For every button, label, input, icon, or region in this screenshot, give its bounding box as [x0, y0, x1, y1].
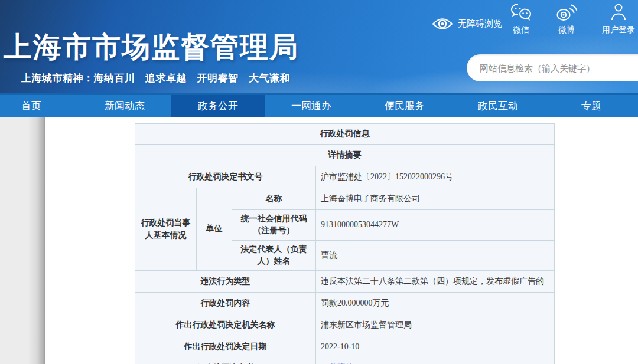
search-input[interactable] — [480, 54, 638, 81]
weibo-label: 微博 — [552, 25, 581, 35]
user-login-label: 用户登录 — [600, 25, 637, 35]
main-nav: 首页 新闻动态 政务公开 一网通办 便民服务 政民互动 专题 — [0, 95, 638, 117]
nav-item-services[interactable]: 便民服务 — [358, 95, 451, 117]
weibo-button[interactable]: 微博 — [552, 3, 581, 35]
user-login-button[interactable]: 用户登录 — [600, 3, 637, 35]
authority-value: 浦东新区市场监督管理局 — [316, 314, 555, 336]
nav-item-topics[interactable]: 专题 — [545, 95, 638, 117]
table-title: 行政处罚信息 — [135, 124, 555, 145]
penalty-content-value: 罚款20.000000万元 — [316, 293, 555, 314]
credit-code-label: 统一社会信用代码（注册号） — [232, 210, 316, 241]
violation-type-value: 违反本法第二十八条第二款第（四）项规定，发布虚假广告的 — [316, 271, 555, 293]
nav-item-interaction[interactable]: 政民互动 — [451, 95, 545, 117]
unit-label: 单位 — [197, 188, 232, 271]
site-title: 上海市市场监督管理局 — [4, 28, 299, 66]
decision-doc-label: 行政处罚决定书 — [135, 358, 316, 364]
nav-item-home[interactable]: 首页 — [0, 95, 78, 117]
decision-date-label: 作出行政处罚决定日期 — [135, 336, 316, 358]
page: 上海市市场监督管理局 上海城市精神：海纳百川 追求卓越 开明睿智 大气谦和 无障… — [0, 0, 638, 364]
legal-rep-value: 曹流 — [316, 240, 555, 271]
legal-rep-label: 法定代表人（负责人）姓名 — [232, 240, 316, 271]
name-label: 名称 — [232, 188, 316, 210]
accessibility-label: 无障碍浏览 — [458, 18, 502, 29]
wechat-label: 微信 — [507, 25, 535, 35]
user-icon — [610, 3, 627, 22]
name-value: 上海奋博电子商务有限公司 — [316, 188, 555, 210]
doc-no-label: 行政处罚决定书文号 — [135, 166, 316, 188]
eye-icon — [432, 16, 453, 32]
city-spirit-slogan: 上海城市精神：海纳百川 追求卓越 开明睿智 大气谦和 — [21, 71, 290, 85]
wechat-button[interactable]: 微信 — [507, 3, 535, 35]
site-header: 上海市市场监督管理局 上海城市精神：海纳百川 追求卓越 开明睿智 大气谦和 无障… — [0, 0, 638, 93]
penalty-content-label: 行政处罚内容 — [135, 293, 316, 314]
accessibility-button[interactable]: 无障碍浏览 — [432, 16, 502, 32]
violation-type-label: 违法行为类型 — [135, 271, 316, 293]
weibo-icon — [556, 3, 577, 22]
decision-date-value: 2022-10-10 — [316, 336, 555, 358]
credit-code-value: 91310000053044277W — [316, 210, 555, 241]
doc-no-value: 沪市监浦处〔2022〕152022000296号 — [316, 166, 555, 188]
nav-item-one-stop[interactable]: 一网通办 — [265, 95, 358, 117]
nav-item-gov-affairs[interactable]: 政务公开 — [171, 95, 265, 117]
site-search — [467, 54, 638, 81]
party-basic-info-label: 行政处罚当事人基本情况 — [135, 188, 197, 271]
table-subtitle: 详情摘要 — [135, 145, 555, 166]
content-area: 行政处罚信息 详情摘要 行政处罚决定书文号 沪市监浦处〔2022〕1520220… — [0, 117, 638, 364]
wechat-icon — [510, 3, 532, 22]
nav-item-news[interactable]: 新闻动态 — [78, 95, 171, 117]
penalty-info-table: 行政处罚信息 详情摘要 行政处罚决定书文号 沪市监浦处〔2022〕1520220… — [135, 123, 555, 364]
left-gutter — [0, 117, 45, 364]
authority-label: 作出行政处罚决定机关名称 — [135, 314, 316, 336]
